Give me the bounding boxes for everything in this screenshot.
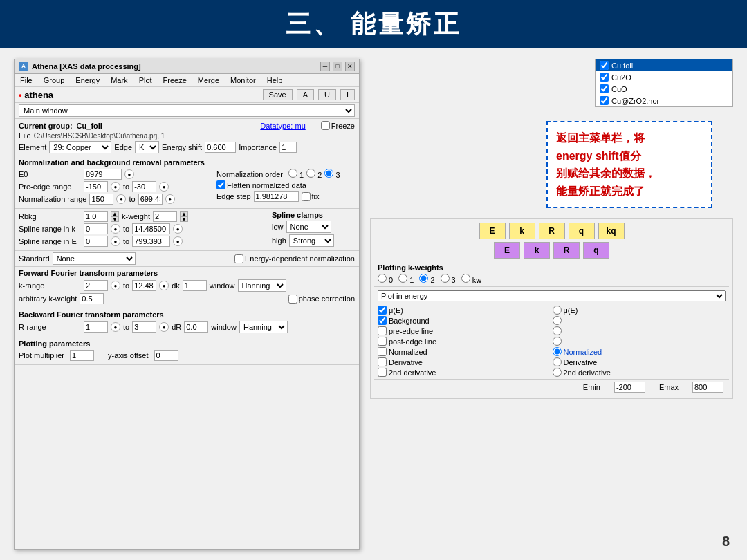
window-dropdown[interactable]: Hanning [238, 279, 286, 292]
2nd-derivative-radio-right[interactable] [553, 368, 562, 377]
kweight-0-radio[interactable] [378, 274, 387, 283]
normalized-checkbox[interactable] [378, 347, 387, 356]
norm-range-from-input[interactable] [89, 194, 113, 205]
flatten-checkbox[interactable] [216, 180, 225, 189]
plot-kq-button-1[interactable]: kq [598, 223, 625, 239]
spline-e-to-input[interactable] [132, 236, 170, 247]
kweight-kw-radio[interactable] [461, 274, 470, 283]
file-checkbox-3[interactable] [600, 96, 609, 105]
menu-mark[interactable]: Mark [108, 75, 130, 85]
kweight-3-radio[interactable] [441, 274, 450, 283]
kweight-1-radio[interactable] [398, 274, 407, 283]
element-dropdown[interactable]: 29: Copper [49, 141, 111, 153]
background-checkbox[interactable] [378, 316, 387, 325]
norm-order-2[interactable] [306, 169, 315, 178]
dr-input[interactable] [184, 321, 208, 333]
e0-circle-btn[interactable]: ● [124, 169, 134, 179]
u-button[interactable]: U [318, 89, 336, 100]
rrange-to-input[interactable] [132, 321, 156, 333]
backward-window-dropdown[interactable]: Hanning [239, 321, 288, 333]
menu-monitor[interactable]: Monitor [228, 75, 259, 85]
2nd-derivative-checkbox[interactable] [378, 368, 387, 377]
menu-freeze[interactable]: Freeze [160, 75, 190, 85]
main-window-dropdown[interactable]: Main window [19, 104, 355, 117]
pre-edge-from-input[interactable] [84, 181, 108, 192]
minimize-button[interactable]: ─ [320, 62, 330, 71]
norm-range-from-circle[interactable]: ● [116, 194, 126, 204]
datatype-link[interactable]: Datatype: mu [260, 122, 305, 130]
y-axis-offset-input[interactable] [154, 350, 178, 361]
krange-from-input[interactable] [84, 280, 108, 291]
menu-merge[interactable]: Merge [195, 75, 222, 85]
energy-dep-checkbox[interactable] [234, 254, 243, 263]
plot-multiplier-input[interactable] [70, 350, 94, 361]
rrange-from-input[interactable] [84, 321, 108, 333]
save-button[interactable]: Save [263, 89, 293, 100]
mu-E-checkbox-1[interactable] [378, 306, 387, 315]
derivative-checkbox[interactable] [378, 357, 387, 366]
plot-q-button-1[interactable]: q [569, 223, 595, 239]
menu-help[interactable]: Help [264, 75, 286, 85]
plot-k-button-2[interactable]: k [524, 242, 550, 259]
rbkg-input[interactable] [84, 211, 108, 222]
file-list-item-0[interactable]: Cu foil [596, 59, 732, 71]
kweight-2-radio[interactable] [419, 274, 428, 283]
krange-to-input[interactable] [132, 280, 156, 291]
dk-input[interactable] [183, 280, 207, 291]
pre-edge-to-input[interactable] [132, 181, 156, 192]
spline-e-from-input[interactable] [84, 236, 108, 247]
importance-input[interactable] [279, 142, 297, 153]
freeze-checkbox[interactable] [321, 121, 330, 130]
spline-k-from-input[interactable] [84, 223, 108, 234]
empty-radio-1[interactable] [553, 316, 562, 325]
low-clamp-dropdown[interactable]: None [286, 221, 331, 233]
norm-order-3[interactable] [324, 169, 333, 178]
norm-range-to-circle[interactable]: ● [165, 194, 175, 204]
file-list-item-1[interactable]: Cu2O [596, 71, 732, 83]
file-checkbox-2[interactable] [600, 84, 609, 93]
e0-input[interactable] [84, 169, 122, 180]
post-edge-line-checkbox[interactable] [378, 337, 387, 346]
kweight-updown[interactable]: ▲ ▼ [180, 211, 188, 222]
menu-energy[interactable]: Energy [73, 75, 102, 85]
arb-kweight-input[interactable] [80, 293, 104, 304]
plot-R-button-1[interactable]: R [539, 223, 565, 239]
energy-shift-input[interactable] [205, 142, 236, 153]
normalized-radio-right[interactable] [553, 347, 562, 356]
file-list-item-3[interactable]: Cu@ZrO2.nor [596, 95, 732, 106]
norm-order-1[interactable] [288, 169, 297, 178]
close-button[interactable]: ✕ [345, 62, 355, 71]
rbkg-updown[interactable]: ▲ ▼ [111, 211, 119, 222]
plot-k-button-1[interactable]: k [509, 223, 535, 239]
mu-E-radio-right[interactable] [553, 306, 562, 315]
standard-dropdown[interactable]: None [53, 252, 136, 265]
empty-radio-3[interactable] [553, 337, 562, 346]
pre-edge-to-circle[interactable]: ● [159, 182, 169, 192]
plot-R-button-2[interactable]: R [553, 242, 580, 259]
plot-E-button-2[interactable]: E [494, 242, 520, 259]
empty-radio-2[interactable] [553, 326, 562, 335]
maximize-button[interactable]: □ [333, 62, 342, 71]
phase-correction-checkbox[interactable] [288, 295, 297, 304]
pre-edge-line-checkbox[interactable] [378, 326, 387, 335]
file-list-item-2[interactable]: CuO [596, 83, 732, 95]
menu-file[interactable]: File [17, 75, 35, 85]
pre-edge-from-circle[interactable]: ● [111, 182, 120, 192]
menu-group[interactable]: Group [41, 75, 68, 85]
plot-q-button-2[interactable]: q [583, 242, 609, 259]
menu-plot[interactable]: Plot [136, 75, 155, 85]
edge-dropdown[interactable]: K [135, 141, 159, 153]
emin-input[interactable] [614, 382, 645, 393]
spline-k-to-input[interactable] [132, 223, 170, 234]
high-clamp-dropdown[interactable]: Strong [289, 234, 334, 247]
kweight-input[interactable] [153, 211, 177, 222]
a-button[interactable]: A [297, 89, 314, 100]
plot-energy-dropdown[interactable]: Plot in energy [378, 290, 726, 301]
i-button[interactable]: I [340, 89, 355, 100]
plot-E-button-1[interactable]: E [479, 223, 506, 239]
emax-input[interactable] [692, 382, 723, 393]
file-checkbox-0[interactable] [600, 61, 609, 70]
edge-step-input[interactable] [254, 191, 299, 202]
norm-range-to-input[interactable] [138, 194, 163, 205]
fix-checkbox[interactable] [302, 192, 311, 201]
